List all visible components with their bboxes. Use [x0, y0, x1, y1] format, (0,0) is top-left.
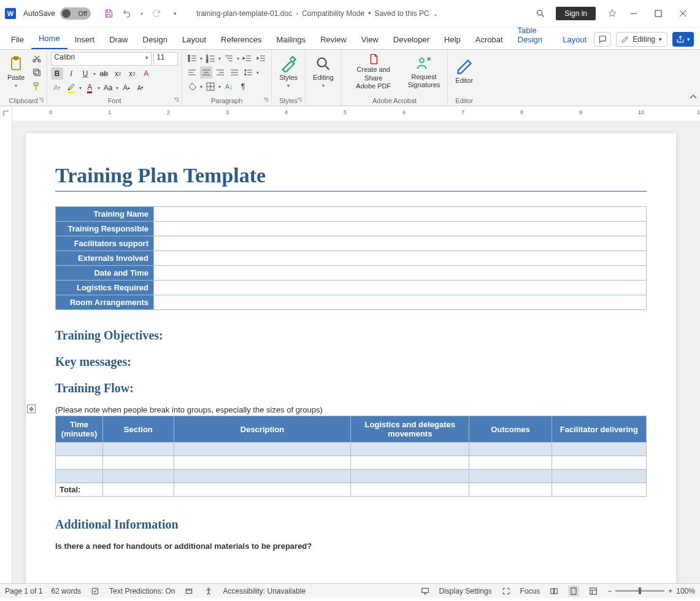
maximize-button[interactable]: [646, 4, 671, 23]
highlight-color-icon[interactable]: 🖊: [65, 82, 77, 94]
paste-button[interactable]: Paste ▾: [4, 52, 28, 91]
status-words[interactable]: 62 words: [51, 587, 81, 595]
request-signatures-button[interactable]: Request Signatures: [404, 52, 444, 91]
zoom-in-icon[interactable]: +: [668, 587, 672, 595]
focus-icon[interactable]: [501, 586, 512, 597]
status-focus[interactable]: Focus: [520, 587, 540, 595]
align-center-icon[interactable]: [200, 66, 212, 79]
editor-button[interactable]: Editor: [452, 52, 477, 91]
font-size-dropdown[interactable]: 11: [153, 52, 178, 66]
autosave-toggle[interactable]: Off: [60, 7, 91, 20]
editing-button[interactable]: Editing ▾: [309, 52, 337, 91]
minimize-button[interactable]: [621, 4, 646, 23]
subscript-button[interactable]: x2: [112, 68, 124, 80]
column-header[interactable]: Logistics and delegates movements: [351, 416, 469, 443]
bold-button[interactable]: B: [51, 68, 63, 80]
column-header[interactable]: Outcomes: [469, 416, 552, 443]
heading-key-messages[interactable]: Key messages:: [55, 355, 647, 369]
coming-soon-icon[interactable]: [606, 7, 619, 20]
heading-objectives[interactable]: Training Objectives:: [55, 328, 647, 343]
vertical-ruler[interactable]: [0, 121, 12, 583]
tab-help[interactable]: Help: [437, 30, 468, 49]
underline-button[interactable]: U: [79, 68, 91, 80]
redo-icon[interactable]: [150, 7, 163, 20]
table-row[interactable]: Room Arrangements: [56, 295, 647, 310]
sort-icon[interactable]: A↓: [223, 80, 235, 93]
info-value[interactable]: [154, 251, 647, 266]
comments-button[interactable]: [594, 32, 611, 47]
spellcheck-icon[interactable]: [90, 586, 101, 597]
accessibility-icon[interactable]: [203, 586, 214, 597]
bullets-icon[interactable]: [186, 52, 198, 64]
tab-references[interactable]: References: [213, 30, 269, 49]
tab-developer[interactable]: Developer: [386, 30, 437, 49]
info-value[interactable]: [154, 207, 647, 222]
format-painter-icon[interactable]: [31, 80, 43, 93]
shading-icon[interactable]: [186, 80, 198, 93]
table-row[interactable]: Logistics Required: [56, 281, 647, 295]
doc-title[interactable]: Training Plan Template: [55, 164, 647, 192]
undo-icon[interactable]: [120, 7, 134, 20]
tab-mailings[interactable]: Mailings: [269, 30, 313, 49]
column-header[interactable]: Time (minutes): [56, 416, 103, 443]
cut-icon[interactable]: [31, 52, 43, 64]
heading-additional[interactable]: Additional Information: [55, 518, 647, 532]
search-icon[interactable]: [534, 7, 547, 20]
info-label[interactable]: Date and Time: [56, 266, 154, 281]
font-color-arrow-icon[interactable]: A▾: [51, 82, 63, 94]
macro-icon[interactable]: [183, 586, 194, 597]
zoom-slider[interactable]: [615, 590, 664, 592]
strikethrough-button[interactable]: ab: [98, 68, 110, 80]
page[interactable]: Training Plan Template Training NameTrai…: [26, 133, 676, 583]
tab-view[interactable]: View: [354, 30, 386, 49]
decrease-indent-icon[interactable]: [241, 52, 253, 64]
close-button[interactable]: [671, 4, 695, 23]
info-table[interactable]: Training NameTraining ResponsibleFacilit…: [55, 206, 647, 310]
tab-file[interactable]: File: [4, 30, 31, 49]
change-case-icon[interactable]: Aa: [102, 82, 114, 94]
table-row[interactable]: Facilitators support: [56, 236, 647, 251]
flow-table[interactable]: Time (minutes)SectionDescriptionLogistic…: [55, 416, 647, 497]
table-row[interactable]: Date and Time: [56, 266, 647, 281]
display-settings-icon[interactable]: [420, 586, 431, 597]
justify-icon[interactable]: [228, 66, 240, 79]
grow-font-icon[interactable]: A▴: [120, 82, 133, 94]
additional-question[interactable]: Is there a need for handouts or addition…: [55, 541, 647, 551]
multilevel-list-icon[interactable]: [223, 52, 235, 64]
flow-note[interactable]: (Please note when people break into grou…: [55, 405, 647, 414]
editing-mode-dropdown[interactable]: Editing ▾: [616, 32, 667, 47]
chevron-down-icon[interactable]: ⌄: [433, 10, 438, 17]
font-launcher-icon[interactable]: [173, 97, 180, 104]
tab-design[interactable]: Design: [136, 30, 175, 49]
zoom-level[interactable]: 100%: [676, 587, 695, 595]
info-label[interactable]: Externals Involved: [56, 251, 154, 266]
status-accessibility[interactable]: Accessibility: Unavailable: [223, 587, 306, 595]
align-right-icon[interactable]: [214, 66, 226, 79]
info-label[interactable]: Logistics Required: [56, 281, 154, 295]
tab-acrobat[interactable]: Acrobat: [468, 30, 510, 49]
info-value[interactable]: [154, 295, 647, 310]
undo-dropdown-icon[interactable]: ▾: [139, 7, 145, 20]
heading-training-flow[interactable]: Training Flow:: [55, 381, 647, 395]
tab-insert[interactable]: Insert: [67, 30, 102, 49]
borders-icon[interactable]: [204, 80, 217, 93]
italic-button[interactable]: I: [65, 68, 77, 80]
print-layout-icon[interactable]: [568, 586, 579, 597]
zoom-out-icon[interactable]: −: [607, 587, 612, 595]
qat-customize-icon[interactable]: ▾: [168, 7, 182, 20]
tab-layout[interactable]: Layout: [175, 30, 213, 49]
tab-home[interactable]: Home: [31, 29, 67, 49]
status-display[interactable]: Display Settings: [439, 587, 492, 595]
clipboard-launcher-icon[interactable]: [38, 97, 45, 104]
share-button[interactable]: ▾: [672, 32, 694, 47]
status-predictions[interactable]: Text Predictions: On: [109, 587, 175, 595]
horizontal-ruler[interactable]: 01234567891011: [0, 106, 700, 121]
show-marks-icon[interactable]: ¶: [237, 80, 249, 93]
info-value[interactable]: [154, 236, 647, 251]
info-label[interactable]: Training Responsible: [56, 222, 154, 236]
column-header[interactable]: Description: [174, 416, 351, 443]
styles-button[interactable]: Styles ▾: [275, 52, 301, 91]
table-row[interactable]: Externals Involved: [56, 251, 647, 266]
align-left-icon[interactable]: [186, 66, 198, 79]
clear-formatting-icon[interactable]: A: [140, 68, 152, 80]
